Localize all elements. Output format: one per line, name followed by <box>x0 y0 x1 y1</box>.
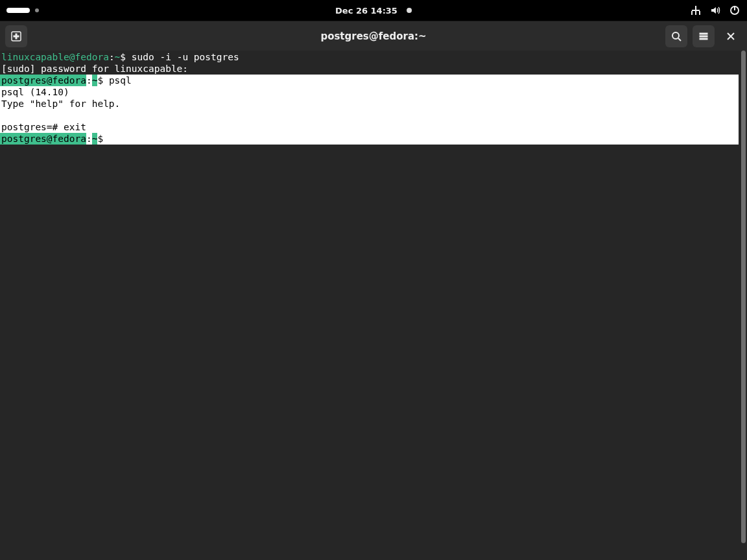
workspace-dot-icon <box>35 8 39 12</box>
svg-rect-12 <box>700 33 707 34</box>
terminal-line: Type "help" for help. <box>0 98 739 110</box>
terminal-line: linuxcapable@fedora:~$ sudo -i -u postgr… <box>0 51 739 63</box>
volume-icon[interactable] <box>709 5 721 16</box>
svg-rect-0 <box>695 6 696 10</box>
terminal-viewport[interactable]: linuxcapable@fedora:~$ sudo -i -u postgr… <box>0 51 747 560</box>
terminal-line: postgres@fedora:~$ psql <box>0 75 739 86</box>
svg-rect-14 <box>700 38 707 40</box>
system-tray[interactable] <box>690 5 741 16</box>
svg-rect-3 <box>695 11 696 15</box>
hamburger-menu-button[interactable] <box>693 25 715 47</box>
notification-dot-icon <box>407 8 412 13</box>
power-icon[interactable] <box>729 5 741 16</box>
close-icon <box>727 32 735 40</box>
svg-line-11 <box>678 38 681 41</box>
clock-area[interactable]: Dec 26 14:35 <box>335 6 412 16</box>
svg-rect-1 <box>691 11 693 15</box>
svg-point-10 <box>672 32 679 39</box>
terminal-content[interactable]: linuxcapable@fedora:~$ sudo -i -u postgr… <box>0 51 739 560</box>
terminal-header-bar: postgres@fedora:~ <box>0 21 747 51</box>
svg-rect-2 <box>699 11 700 15</box>
svg-rect-6 <box>734 6 735 10</box>
svg-rect-9 <box>14 36 19 37</box>
window-title: postgres@fedora:~ <box>320 30 426 42</box>
terminal-line: [sudo] password for linuxcapable: <box>0 63 739 75</box>
activities-pill-icon <box>6 8 30 13</box>
activities-corner[interactable] <box>6 8 39 13</box>
svg-rect-13 <box>700 36 707 37</box>
search-button[interactable] <box>665 25 687 47</box>
network-icon[interactable] <box>690 5 702 16</box>
gnome-top-bar: Dec 26 14:35 <box>0 0 747 21</box>
svg-rect-4 <box>692 10 700 11</box>
close-button[interactable] <box>720 25 742 47</box>
scrollbar-thumb[interactable] <box>741 51 746 543</box>
terminal-line: postgres@fedora:~$ <box>0 133 739 145</box>
new-tab-button[interactable] <box>5 25 27 47</box>
terminal-line <box>0 110 739 121</box>
terminal-line: postgres=# exit <box>0 121 739 133</box>
scrollbar[interactable] <box>739 51 747 560</box>
terminal-line: psql (14.10) <box>0 86 739 98</box>
clock-text: Dec 26 14:35 <box>335 6 397 16</box>
